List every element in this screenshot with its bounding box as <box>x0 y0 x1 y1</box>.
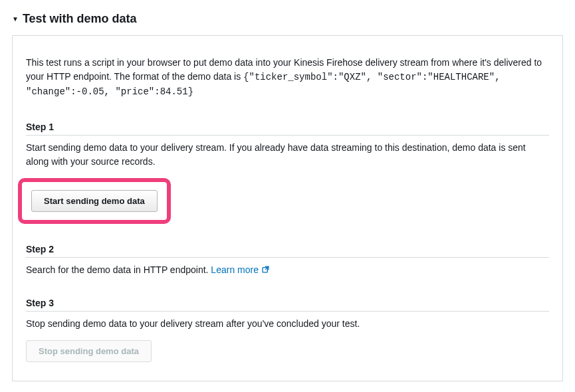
stop-button-wrap: Stop sending demo data <box>26 340 549 362</box>
section-title: Test with demo data <box>23 12 137 26</box>
learn-more-link[interactable]: Learn more <box>211 264 269 275</box>
step-1: Step 1 Start sending demo data to your d… <box>26 122 549 224</box>
step-1-desc: Start sending demo data to your delivery… <box>26 141 549 169</box>
step-2-desc-text: Search for the demo data in HTTP endpoin… <box>26 264 211 275</box>
start-sending-demo-data-button[interactable]: Start sending demo data <box>31 190 158 212</box>
step-3-desc: Stop sending demo data to your delivery … <box>26 317 549 331</box>
section-header[interactable]: ▼ Test with demo data <box>12 12 563 26</box>
step-2-title: Step 2 <box>26 244 549 258</box>
collapse-triangle-icon: ▼ <box>12 16 19 23</box>
stop-sending-demo-data-button: Stop sending demo data <box>26 340 152 362</box>
step-1-title: Step 1 <box>26 122 549 136</box>
intro-text: This test runs a script in your browser … <box>26 56 549 99</box>
step-2-desc: Search for the demo data in HTTP endpoin… <box>26 263 549 278</box>
step-2: Step 2 Search for the demo data in HTTP … <box>26 244 549 278</box>
test-demo-panel: This test runs a script in your browser … <box>12 35 563 381</box>
external-link-icon <box>261 264 270 278</box>
step-3: Step 3 Stop sending demo data to your de… <box>26 298 549 362</box>
step-3-title: Step 3 <box>26 298 549 312</box>
start-button-highlight: Start sending demo data <box>18 178 171 224</box>
learn-more-text: Learn more <box>211 264 259 275</box>
